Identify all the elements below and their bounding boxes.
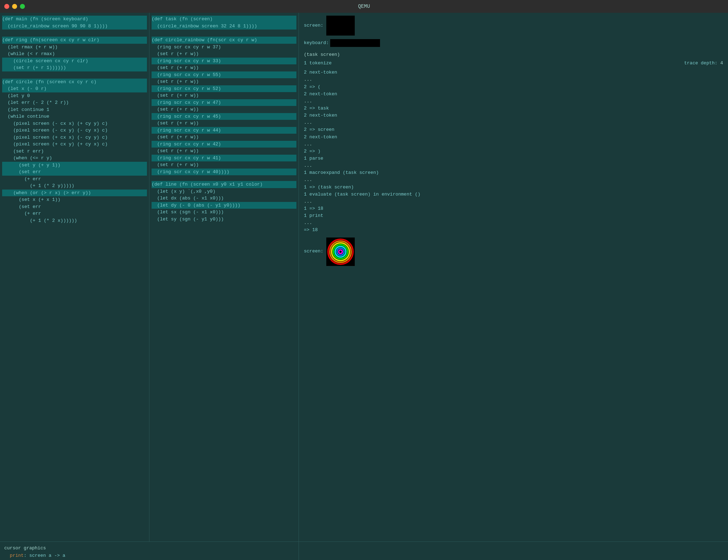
cursor-graphics-heading: cursor graphics — [4, 545, 294, 552]
code-block-main[interactable]: (def main (fn (screen keyboard) (circle_… — [2, 16, 147, 30]
screen2-display-row: screen: — [304, 238, 723, 266]
titlebar: QEMU — [0, 0, 728, 13]
trace-dots: ... — [304, 76, 723, 83]
trace-entry: 1 => (task screen) — [304, 184, 723, 191]
close-button[interactable] — [4, 4, 9, 9]
trace-entry: 2 => ( — [304, 84, 723, 91]
trace-depth-row: 1 tokenize trace depth: 4 — [304, 60, 723, 67]
code-left-panel: (def main (fn (screen keyboard) (circle_… — [0, 13, 149, 542]
trace-entry: 2 next-token — [304, 91, 723, 98]
trace-entry: 2 => screen — [304, 126, 723, 133]
task-line: (task screen) — [304, 51, 723, 58]
code-block-task[interactable]: (def task (fn (screen) (circle_rainbow s… — [152, 16, 296, 30]
trace-entry: 1 evaluate (task screen) in environment … — [304, 191, 723, 198]
screen2-label: screen: — [304, 248, 323, 255]
trace-depth-label: 1 tokenize — [304, 60, 332, 67]
reference-left: cursor graphics print: screen a -> a lin… — [0, 542, 299, 560]
screen-display — [326, 16, 355, 36]
trace-entries: 2 next-token ... 2 => ( 2 next-token ...… — [304, 69, 723, 234]
ref-print: print: screen a -> a — [4, 552, 294, 560]
keyboard-display-row: keyboard: — [304, 39, 723, 47]
trace-entry: 2 => task — [304, 105, 723, 112]
maximize-button[interactable] — [20, 4, 25, 9]
code-block-line[interactable]: (def line (fn (screen x0 y0 x1 y1 color)… — [152, 181, 296, 223]
screen2-display — [326, 238, 355, 266]
bottom-reference-area: cursor graphics print: screen a -> a lin… — [0, 542, 728, 560]
window-title: QEMU — [358, 4, 370, 9]
trace-dots: ... — [304, 141, 723, 148]
main-area: (def main (fn (screen keyboard) (circle_… — [0, 13, 728, 542]
trace-dots: ... — [304, 176, 723, 183]
trace-dots: ... — [304, 119, 723, 126]
trace-depth-indicator: trace depth: 4 — [684, 60, 723, 67]
reference-right — [299, 542, 728, 560]
trace-entry: 1 macroexpand (task screen) — [304, 169, 723, 176]
trace-entry: 1 => 18 — [304, 205, 723, 212]
trace-dots: ... — [304, 198, 723, 205]
code-block-circle-rainbow[interactable]: (def circle_rainbow (fn(scr cx cy r w) (… — [152, 37, 296, 175]
trace-result: => 18 — [304, 226, 723, 234]
code-block-circle[interactable]: (def circle (fn (screen cx cy r c) (let … — [2, 79, 147, 224]
screen-display-row: screen: — [304, 16, 723, 36]
trace-entry: 1 print — [304, 212, 723, 219]
trace-dots: ... — [304, 98, 723, 105]
screen-label: screen: — [304, 22, 323, 29]
traffic-lights — [4, 4, 25, 9]
trace-dots: ... — [304, 162, 723, 169]
trace-dots: ... — [304, 219, 723, 226]
keyboard-label: keyboard: — [304, 39, 329, 47]
trace-entry: 2 next-token — [304, 69, 723, 76]
right-trace-panel: screen: keyboard: (task screen) 1 tokeni… — [299, 13, 728, 542]
trace-entry: 2 next-token — [304, 112, 723, 119]
minimize-button[interactable] — [12, 4, 17, 9]
keyboard-display — [330, 39, 380, 47]
trace-entry: 2 => ) — [304, 148, 723, 155]
code-center-panel: (def task (fn (screen) (circle_rainbow s… — [149, 13, 299, 542]
trace-entry: 1 parse — [304, 155, 723, 162]
code-block-ring[interactable]: (def ring (fn(screen cx cy r w clr) (let… — [2, 37, 147, 71]
trace-entry: 2 next-token — [304, 134, 723, 141]
